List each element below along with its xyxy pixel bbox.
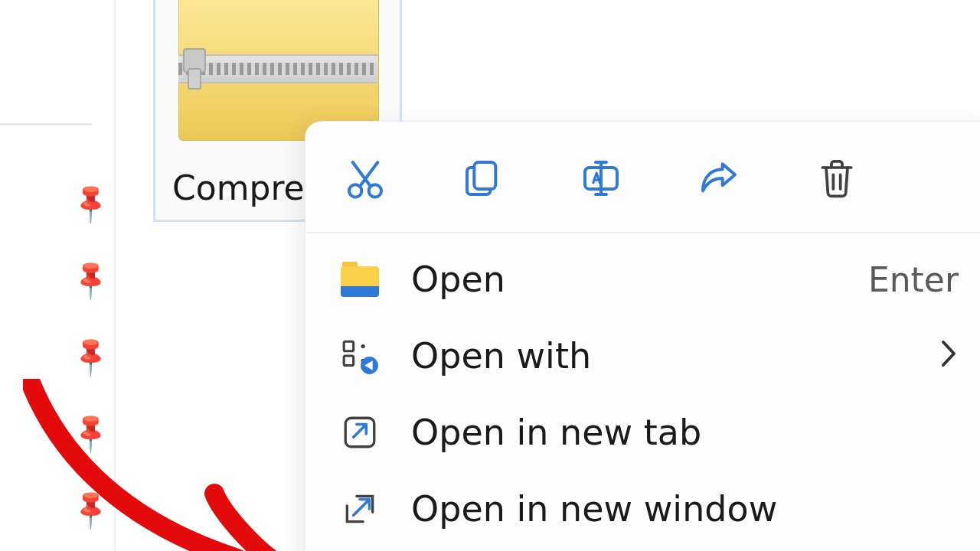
sidebar-border [114, 0, 116, 551]
share-icon [697, 157, 740, 200]
scissors-icon [344, 157, 387, 200]
menu-items: Open Enter Open w [305, 233, 980, 551]
menu-item-label: Open in new window [411, 488, 959, 530]
menu-item-label: Open in new tab [411, 412, 959, 453]
sidebar: 📌 📌 📌 📌 📌 [0, 0, 115, 551]
open-with-icon [341, 337, 379, 375]
copy-icon [462, 157, 505, 200]
rename-button[interactable] [570, 151, 632, 206]
menu-item-label: Open with [411, 335, 908, 377]
svg-rect-2 [474, 162, 495, 189]
open-folder-icon [341, 260, 379, 298]
pin-icon: 📌 [67, 332, 115, 380]
menu-item-open[interactable]: Open Enter [305, 241, 980, 318]
sidebar-divider [0, 123, 92, 126]
cut-button[interactable] [335, 151, 396, 206]
menu-item-open-new-tab[interactable]: Open in new tab [305, 394, 980, 471]
delete-button[interactable] [806, 151, 867, 206]
rename-icon [580, 157, 622, 200]
svg-point-6 [361, 344, 365, 348]
pin-icon: 📌 [67, 179, 115, 227]
explorer-viewport: 📌 📌 📌 📌 📌 Compress [0, 0, 980, 551]
context-menu: Open Enter Open w [305, 121, 980, 551]
menu-item-label: Open [411, 259, 836, 300]
pin-icon: 📌 [67, 409, 115, 456]
menu-item-shortcut: Enter [868, 260, 959, 299]
svg-rect-5 [344, 356, 354, 366]
pin-icon: 📌 [67, 256, 115, 303]
context-toolbar [305, 122, 980, 233]
menu-item-open-with[interactable]: Open with [305, 318, 980, 394]
share-button[interactable] [688, 151, 750, 206]
menu-item-open-new-window[interactable]: Open in new window [305, 471, 980, 547]
svg-rect-4 [344, 341, 354, 351]
pin-icon: 📌 [67, 485, 115, 533]
copy-button[interactable] [452, 151, 514, 206]
new-window-icon [341, 490, 379, 528]
chevron-right-icon [940, 337, 959, 376]
trash-icon [815, 157, 858, 200]
new-tab-icon [341, 413, 379, 452]
